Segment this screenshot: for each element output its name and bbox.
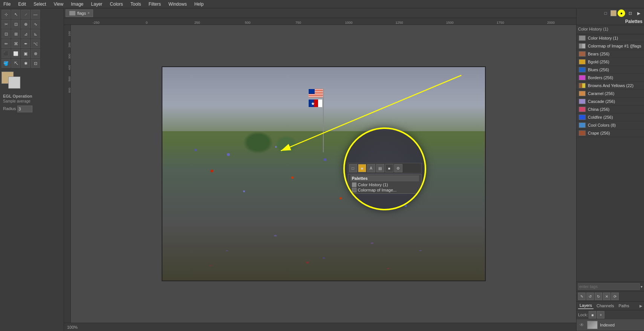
tab-layers[interactable]: Layers xyxy=(578,302,594,309)
menu-edit[interactable]: Edit xyxy=(16,1,28,8)
tool-transform[interactable]: ⊡ xyxy=(11,20,20,29)
menubar: File Edit Select View Image Layer Colors… xyxy=(0,0,644,8)
menu-filters[interactable]: Filters xyxy=(147,1,163,8)
palette-item-cool-colors[interactable]: Cool Colors (8) xyxy=(577,121,644,129)
action-delete-icon[interactable]: ✕ xyxy=(603,293,610,300)
tool-fuzzy-select[interactable]: ⟋ xyxy=(21,10,30,19)
action-undo-icon[interactable]: ↺ xyxy=(586,293,594,300)
lock-label: Lock: xyxy=(578,313,588,317)
palette-item-caramel[interactable]: Caramel (256) xyxy=(577,90,644,98)
radius-input[interactable] xyxy=(17,106,32,112)
menu-select[interactable]: Select xyxy=(32,1,48,8)
zoom-colormap-item[interactable]: Colormap of Image... xyxy=(350,187,419,193)
sample-label: Sample average xyxy=(3,99,61,103)
tool-pencil[interactable]: ✏ xyxy=(2,39,11,48)
action-icons: ✎ ↺ ↻ ✕ ⟳ xyxy=(577,291,644,302)
flag-canton xyxy=(309,89,315,94)
palette-item-borders[interactable]: Borders (256) xyxy=(577,74,644,82)
tool-blur[interactable]: ⊗ xyxy=(31,49,40,58)
tool-clone[interactable]: ⬛ xyxy=(2,49,11,58)
tags-input[interactable] xyxy=(578,283,640,290)
pal-tool-2[interactable]: ■ xyxy=(358,164,366,172)
pal-tool-5[interactable]: ⚙ xyxy=(394,164,402,172)
menu-windows[interactable]: Windows xyxy=(167,1,189,8)
menu-tools[interactable]: Tools xyxy=(128,1,143,8)
menu-colors[interactable]: Colors xyxy=(108,1,125,8)
tool-dodge[interactable]: ▣ xyxy=(21,49,30,58)
palette-item-color-history[interactable]: Color History (1) xyxy=(577,34,644,42)
tool-flip[interactable]: ⊕ xyxy=(21,20,30,29)
palette-swatch-borders xyxy=(579,75,586,80)
tool-crop[interactable]: ✂ xyxy=(2,20,11,29)
tool-warp[interactable]: ⊡ xyxy=(2,29,11,38)
icon-square[interactable]: □ xyxy=(602,9,609,17)
tab-paths[interactable]: Paths xyxy=(617,303,631,309)
palette-swatch-coldfire xyxy=(579,115,586,120)
palette-items-list[interactable]: Color History (1) Colormap of Image #1 (… xyxy=(577,34,644,282)
foreground-background-colors[interactable] xyxy=(2,72,20,89)
tool-rect-select[interactable]: ⊹ xyxy=(2,10,11,19)
tool-measure[interactable]: ⊞ xyxy=(11,29,20,38)
palettes-toolbar: □ ■ A ▤ ■ ⚙ xyxy=(348,163,422,173)
palette-item-bgold[interactable]: Bgold (256) xyxy=(577,58,644,66)
pal-tool-text[interactable]: A xyxy=(367,164,375,172)
pal-tool-1[interactable]: □ xyxy=(349,164,357,172)
action-refresh-icon[interactable]: ⟳ xyxy=(611,293,619,300)
palette-name-coldfire: Coldfire (256) xyxy=(588,115,613,120)
tool-free-select[interactable]: ↖ xyxy=(11,10,20,19)
ruler-ticks: -250 0 250 500 750 1000 1250 1500 1750 2… xyxy=(64,18,576,25)
menu-view[interactable]: View xyxy=(52,1,65,8)
icon-panel-toggle[interactable]: ▶ xyxy=(635,9,642,17)
palette-item-browns[interactable]: Browns And Yellows (22) xyxy=(577,82,644,90)
layers-panel-menu-icon[interactable]: ▶ xyxy=(639,304,642,308)
menu-image[interactable]: Image xyxy=(69,1,85,8)
image-tab-flags[interactable]: flags × xyxy=(66,9,93,17)
tool-align[interactable]: ⊿ xyxy=(21,29,30,38)
add-layer-icon[interactable]: + xyxy=(597,311,604,319)
tool-text[interactable]: ✱ xyxy=(21,59,30,68)
icon-color-fg[interactable] xyxy=(610,10,616,16)
palette-swatch-bgold xyxy=(579,59,586,64)
palette-name-browns: Browns And Yellows (22) xyxy=(588,83,633,88)
menu-file[interactable]: File xyxy=(2,1,12,8)
palette-item-blues[interactable]: Blues (256) xyxy=(577,66,644,74)
action-redo-icon[interactable]: ↻ xyxy=(595,293,602,300)
lock-pixels-icon[interactable]: ■ xyxy=(589,311,596,319)
palette-item-colormap[interactable]: Colormap of Image #1 ([flags xyxy=(577,42,644,50)
palette-swatch-blues xyxy=(579,67,586,72)
layer-visibility-toggle[interactable]: 👁 xyxy=(579,322,585,328)
palette-item-crape[interactable]: Crape (256) xyxy=(577,129,644,137)
pal-tool-4[interactable]: ■ xyxy=(385,164,393,172)
action-edit-icon[interactable]: ✎ xyxy=(578,293,586,300)
background-color[interactable] xyxy=(8,77,20,89)
palette-item-cascade[interactable]: Cascade (256) xyxy=(577,98,644,106)
tab-close-btn[interactable]: × xyxy=(87,11,90,15)
tool-heal[interactable]: ⌥ xyxy=(31,39,40,48)
tool-cage[interactable]: ∿ xyxy=(31,20,40,29)
tool-bucket-fill[interactable]: 🪣 xyxy=(2,59,11,68)
tool-select-by-color[interactable]: — xyxy=(31,10,40,19)
tool-color-picker[interactable]: ⊡ xyxy=(31,59,40,68)
tags-dropdown-arrow[interactable]: ▾ xyxy=(641,285,642,289)
palettes-panel-label: Palettes xyxy=(577,18,644,25)
tool-smudge[interactable]: ⬜ xyxy=(11,49,20,58)
tool-paint[interactable]: ⌘ xyxy=(11,39,20,48)
palette-item-bears[interactable]: Bears (256) xyxy=(577,50,644,58)
icon-chain[interactable]: ⊡ xyxy=(626,9,634,17)
tool-paths[interactable]: ⊾ xyxy=(31,29,40,38)
tab-thumbnail xyxy=(69,11,76,16)
palette-item-coldfire[interactable]: Coldfire (256) xyxy=(577,113,644,121)
layers-tabs: Layers Channels Paths ▶ xyxy=(577,302,644,310)
palette-item-china[interactable]: China (256) xyxy=(577,106,644,113)
zoom-color-history-item[interactable]: Color History (1) xyxy=(350,182,419,187)
menu-help[interactable]: Help xyxy=(193,1,206,8)
layer-item-indexed[interactable]: 👁 Indexed xyxy=(577,319,644,331)
tool-eraser[interactable]: ✒ xyxy=(21,39,30,48)
image-canvas[interactable]: ★ xyxy=(71,25,576,323)
pal-tool-3[interactable]: ▤ xyxy=(376,164,384,172)
icon-active-yellow[interactable]: ● xyxy=(618,9,625,17)
status-zoom: 100% xyxy=(67,325,78,329)
menu-layer[interactable]: Layer xyxy=(89,1,104,8)
tool-blend[interactable]: ⛏ xyxy=(11,59,20,68)
tab-channels[interactable]: Channels xyxy=(595,303,615,309)
